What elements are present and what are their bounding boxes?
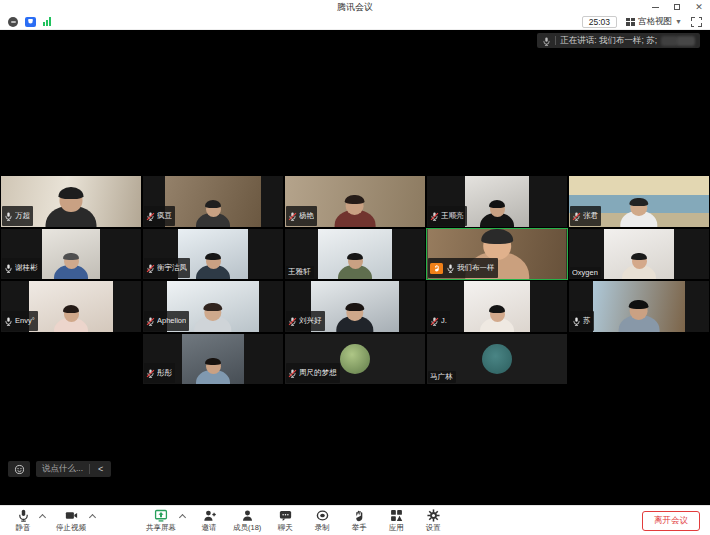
toolbar-label: 成员(18): [233, 523, 261, 533]
participant-tile[interactable]: 疯豆: [142, 175, 284, 228]
participant-tile[interactable]: 杨艳: [284, 175, 426, 228]
participant-video: [465, 176, 529, 227]
participant-name: 我们布一样: [457, 263, 495, 273]
participant-name-tag: Envy°: [2, 311, 38, 331]
participant-name-tag: 苏: [570, 311, 594, 331]
fullscreen-icon[interactable]: [691, 17, 702, 27]
chat-collapse-button[interactable]: <: [96, 464, 105, 474]
chat-bar: 说点什么... <: [8, 461, 111, 477]
mic-status-icon: [4, 207, 13, 225]
participant-name: 衡宇洁凤: [157, 263, 187, 273]
security-shield-icon[interactable]: [25, 17, 36, 27]
mic-icon: [542, 32, 551, 50]
participant-tile[interactable]: J.: [426, 280, 568, 333]
toolbar-label: 设置: [426, 523, 441, 533]
participant-name-tag: 疯豆: [144, 206, 175, 226]
participant-name: 杨艳: [299, 211, 314, 221]
mic-status-icon: [4, 312, 13, 330]
chat-placeholder: 说点什么...: [42, 463, 83, 475]
speaking-banner: 正在讲话: 我们布一样; 苏;: [537, 33, 700, 48]
participant-name: 王雅轩: [288, 267, 311, 277]
participant-tile[interactable]: 彤彤: [142, 333, 284, 386]
video-grid: 万超 疯豆 杨艳: [0, 175, 710, 385]
participant-name-tag: 杨艳: [286, 206, 317, 226]
participant-name-tag: Aphelion: [144, 311, 189, 331]
toolbar-invite-button[interactable]: 邀请: [196, 509, 222, 533]
participant-name-tag: 衡宇洁凤: [144, 258, 190, 278]
network-signal-icon: [43, 17, 51, 26]
participant-name: 刘兴好: [299, 316, 322, 326]
participant-name: 王顺亮: [441, 211, 464, 221]
toolbar-mic-button[interactable]: 静音: [10, 509, 45, 533]
participant-tile[interactable]: 马广林: [426, 333, 568, 386]
participant-tile[interactable]: 苏: [568, 280, 710, 333]
participant-tile[interactable]: 张君: [568, 175, 710, 228]
chevron-up-icon[interactable]: [39, 514, 46, 521]
participant-tile[interactable]: Aphelion: [142, 280, 284, 333]
emoji-smiley-icon[interactable]: [8, 461, 30, 477]
participant-name: 谢桂彬: [15, 263, 38, 273]
toolbar-chat-button[interactable]: 聊天: [272, 509, 298, 533]
toolbar-camera-button[interactable]: 停止视频: [56, 509, 95, 533]
mic-status-icon: [4, 259, 13, 277]
participant-tile[interactable]: 衡宇洁凤: [142, 228, 284, 281]
toolbar: 静音停止视频共享屏幕邀请成员(18)聊天录制举手应用设置离开会议: [0, 505, 710, 535]
view-mode-label: 宫格视图: [638, 16, 672, 28]
person-silhouette: [619, 302, 660, 332]
blurred-name: [677, 36, 695, 46]
mic-status-icon: [146, 259, 155, 277]
participant-tile[interactable]: 万超: [0, 175, 142, 228]
participant-name: 疯豆: [157, 211, 172, 221]
person-silhouette: [480, 307, 514, 332]
meeting-stage: 正在讲话: 我们布一样; 苏; 万超 疯豆: [0, 30, 710, 505]
toolbar-raise-hand-button[interactable]: 举手: [346, 509, 372, 533]
toolbar-apps-button[interactable]: 应用: [383, 509, 409, 533]
participant-tile[interactable]: Envy°: [0, 280, 142, 333]
participant-name-tag: 刘兴好: [286, 311, 325, 331]
participant-tile[interactable]: 谢桂彬: [0, 228, 142, 281]
mic-status-icon: [430, 312, 439, 330]
participant-tile[interactable]: Oxygen: [568, 228, 710, 281]
record-icon: [316, 509, 329, 522]
maximize-icon[interactable]: [666, 0, 688, 14]
window-title: 腾讯会议: [337, 1, 373, 14]
close-icon[interactable]: ✕: [688, 0, 710, 14]
chevron-up-icon[interactable]: [179, 514, 186, 521]
participant-tile[interactable]: 王顺亮: [426, 175, 568, 228]
participant-tile[interactable]: 刘兴好: [284, 280, 426, 333]
person-silhouette: [335, 197, 376, 227]
toolbar-members-button[interactable]: 成员(18): [233, 509, 261, 533]
participant-name: 万超: [15, 211, 30, 221]
participant-name: 马广林: [430, 372, 453, 382]
participant-video: [604, 229, 674, 280]
chevron-up-icon[interactable]: [89, 514, 96, 521]
toolbar-record-button[interactable]: 录制: [309, 509, 335, 533]
participant-name-tag: 王顺亮: [428, 206, 467, 226]
mic-icon: [17, 509, 30, 522]
meeting-window: 腾讯会议 ✕ 25:03 宫格视图 ▼ 正在讲话: 我们布一样; 苏;: [0, 0, 710, 535]
view-mode-button[interactable]: 宫格视图 ▼: [624, 16, 684, 28]
person-silhouette: [622, 254, 656, 279]
participant-name: 彤彤: [157, 368, 172, 378]
person-silhouette: [46, 189, 97, 227]
person-silhouette: [196, 254, 230, 279]
participant-tile[interactable]: 周尺的梦想: [284, 333, 426, 386]
toolbar-settings-button[interactable]: 设置: [420, 509, 446, 533]
participant-tile[interactable]: 我们布一样: [426, 228, 568, 281]
raise-hand-icon: [430, 263, 443, 274]
leave-meeting-button[interactable]: 离开会议: [642, 511, 700, 531]
settings-icon: [427, 509, 440, 522]
participant-name: 苏: [583, 316, 591, 326]
chat-input[interactable]: 说点什么... <: [36, 461, 111, 477]
person-silhouette: [196, 359, 230, 384]
participant-tile[interactable]: 王雅轩: [284, 228, 426, 281]
participant-video: [593, 281, 685, 332]
mic-status-icon: [446, 259, 455, 277]
toolbar-label: 静音: [16, 523, 31, 533]
person-silhouette: [338, 254, 372, 279]
participant-video: [464, 281, 530, 332]
status-bar: 25:03 宫格视图 ▼: [0, 14, 710, 30]
toolbar-share-screen-button[interactable]: 共享屏幕: [146, 509, 185, 533]
info-icon[interactable]: [8, 17, 18, 27]
minimize-icon[interactable]: [644, 0, 666, 14]
